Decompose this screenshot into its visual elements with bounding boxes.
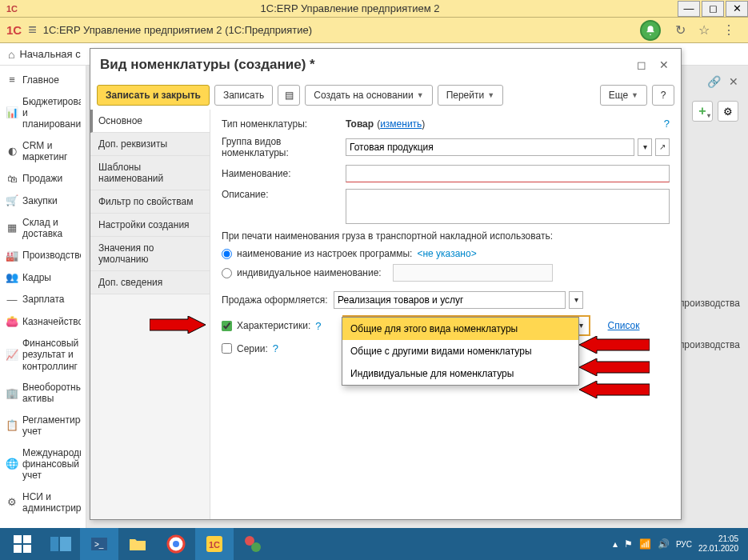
- windows-taskbar: >_ 1C ▴ ⚑ 📶 🔊 РУС 21:05 22.01.2020: [0, 528, 748, 560]
- svg-point-18: [251, 542, 261, 552]
- nav-name-templates[interactable]: Шаблоны наименований: [90, 156, 210, 190]
- group-dropdown-button[interactable]: ▾: [638, 138, 652, 156]
- taskbar-chrome[interactable]: [157, 528, 195, 560]
- factory-icon: 🏭: [5, 250, 19, 262]
- name-input[interactable]: [346, 165, 670, 182]
- sidebar-item-purchase[interactable]: 🛒Закупки: [0, 190, 86, 212]
- sidebar-item-intl[interactable]: 🌐Международный финансовый учет: [0, 442, 86, 486]
- dialog-restore-icon[interactable]: ◻: [634, 58, 649, 72]
- taskbar-1c[interactable]: 1C: [195, 528, 234, 560]
- tab-close-icon[interactable]: ✕: [729, 75, 738, 88]
- sidebar-item-sales[interactable]: 🛍Продажи: [0, 168, 86, 190]
- dropdown-option-common-type[interactable]: Общие для этого вида номенклатуры: [342, 318, 578, 340]
- document-icon-button[interactable]: ▤: [278, 85, 300, 106]
- sidebar-item-finance[interactable]: 📈Финансовый результат и контроллинг: [0, 333, 86, 377]
- system-tray: ▴ ⚑ 📶 🔊 РУС 21:05 22.01.2020: [606, 534, 745, 554]
- taskview-button[interactable]: [42, 528, 80, 560]
- add-button[interactable]: +: [692, 101, 713, 122]
- save-close-button[interactable]: Записать и закрыть: [97, 85, 210, 106]
- radio-program-name[interactable]: [222, 249, 232, 259]
- sidebar-item-production[interactable]: 🏭Производство: [0, 245, 86, 267]
- help-icon[interactable]: ?: [664, 118, 670, 130]
- svg-marker-2: [579, 358, 650, 376]
- minimize-button[interactable]: —: [678, 1, 700, 17]
- nav-extra-props[interactable]: Доп. реквизиты: [90, 133, 210, 156]
- menu-icon[interactable]: ≡: [28, 22, 37, 38]
- tray-clock[interactable]: 21:05 22.01.2020: [698, 534, 738, 554]
- dialog-close-icon[interactable]: ✕: [657, 58, 671, 72]
- tray-lang[interactable]: РУС: [676, 540, 692, 549]
- close-button[interactable]: ✕: [726, 1, 748, 17]
- help-icon[interactable]: ?: [273, 342, 278, 354]
- desc-textarea[interactable]: [346, 189, 670, 224]
- trend-icon: 📈: [5, 349, 19, 362]
- start-button[interactable]: [3, 528, 42, 560]
- link-icon[interactable]: 🔗: [707, 75, 721, 88]
- tray-up-icon[interactable]: ▴: [613, 538, 618, 550]
- group-open-button[interactable]: ↗: [655, 138, 670, 156]
- dropdown-option-individual[interactable]: Индивидуальные для номенклатуры: [342, 362, 578, 385]
- print-text: При печати наименования груза в транспор…: [222, 230, 670, 242]
- svg-rect-8: [50, 537, 58, 551]
- radio-individual-name[interactable]: [222, 268, 232, 278]
- favorite-icon[interactable]: ☆: [698, 22, 710, 38]
- nav-filter[interactable]: Фильтр по свойствам: [90, 190, 210, 214]
- home-icon[interactable]: ⌂: [8, 48, 14, 61]
- overflow-icon[interactable]: ⋮: [722, 22, 735, 38]
- sidebar-item-regulated[interactable]: 📋Регламентированный учет: [0, 410, 86, 442]
- svg-rect-9: [60, 537, 71, 551]
- nav-defaults[interactable]: Значения по умолчанию: [90, 237, 210, 271]
- group-input[interactable]: [346, 138, 634, 156]
- sidebar-item-salary[interactable]: —Зарплата: [0, 289, 86, 311]
- annotation-arrow-1: [150, 316, 206, 334]
- app-header: 1C ≡ 1C:ERP Управление предприятием 2 (1…: [0, 18, 748, 43]
- nav-main[interactable]: Основное: [90, 110, 210, 133]
- characteristics-checkbox[interactable]: [222, 321, 232, 331]
- dash-icon: —: [5, 294, 19, 306]
- sale-dropdown-button[interactable]: ▾: [569, 291, 583, 309]
- tray-flag-icon[interactable]: ⚑: [624, 538, 633, 550]
- individual-name-field: [393, 264, 553, 282]
- save-button[interactable]: Записать: [214, 85, 273, 106]
- sidebar-item-crm[interactable]: ◐CRM и маркетинг: [0, 135, 86, 168]
- taskbar-powershell[interactable]: >_: [80, 528, 118, 560]
- help-button[interactable]: ?: [652, 85, 674, 106]
- help-icon[interactable]: ?: [315, 320, 321, 332]
- sidebar-item-treasury[interactable]: 👛Казначейство: [0, 310, 86, 333]
- main-sidebar: ≡Главное 📊Бюджетирование и планирование …: [0, 66, 86, 528]
- history-icon[interactable]: ↻: [675, 22, 686, 38]
- building-icon: 🏢: [5, 387, 19, 400]
- radio-program-hint[interactable]: <не указано>: [417, 248, 476, 259]
- characteristics-list-link[interactable]: Список: [608, 320, 640, 331]
- app-title: 1C:ERP Управление предприятием 2 (1С:Пре…: [43, 24, 312, 36]
- more-button[interactable]: Еще▼: [600, 85, 647, 106]
- tray-sound-icon[interactable]: 🔊: [658, 538, 670, 550]
- goto-button[interactable]: Перейти▼: [438, 85, 503, 106]
- svg-rect-6: [14, 545, 22, 553]
- sidebar-item-assets[interactable]: 🏢Внеоборотные активы: [0, 377, 86, 410]
- taskbar-explorer[interactable]: [118, 528, 157, 560]
- dropdown-option-common-other[interactable]: Общие с другими видами номенклатуры: [342, 340, 578, 362]
- settings-button[interactable]: ⚙: [718, 101, 738, 122]
- sidebar-item-warehouse[interactable]: ▦Склад и доставка: [0, 212, 86, 245]
- type-value: Товар: [346, 118, 374, 130]
- maximize-button[interactable]: ◻: [702, 1, 724, 17]
- svg-rect-7: [23, 545, 31, 553]
- sale-input[interactable]: [334, 291, 566, 309]
- notification-bell-button[interactable]: [640, 20, 661, 41]
- chevron-down-icon: ▼: [487, 91, 494, 99]
- create-based-button[interactable]: Создать на основании▼: [305, 85, 432, 106]
- nav-create-settings[interactable]: Настройки создания: [90, 214, 210, 237]
- globe-icon: 🌐: [5, 458, 19, 470]
- characteristics-dropdown-list: Общие для этого вида номенклатуры Общие …: [342, 317, 579, 386]
- sidebar-item-hr[interactable]: 👥Кадры: [0, 266, 86, 289]
- sidebar-item-budget[interactable]: 📊Бюджетирование и планирование: [0, 91, 86, 135]
- clipboard-icon: 📋: [5, 419, 19, 432]
- type-change-link[interactable]: изменить: [380, 118, 422, 130]
- series-checkbox[interactable]: [222, 343, 232, 354]
- tray-network-icon[interactable]: 📶: [639, 538, 651, 550]
- taskbar-app[interactable]: [234, 528, 272, 560]
- sidebar-item-admin[interactable]: ⚙НСИ и администрирование: [0, 486, 86, 519]
- nav-extra-info[interactable]: Доп. сведения: [90, 271, 210, 294]
- sidebar-item-main[interactable]: ≡Главное: [0, 69, 86, 91]
